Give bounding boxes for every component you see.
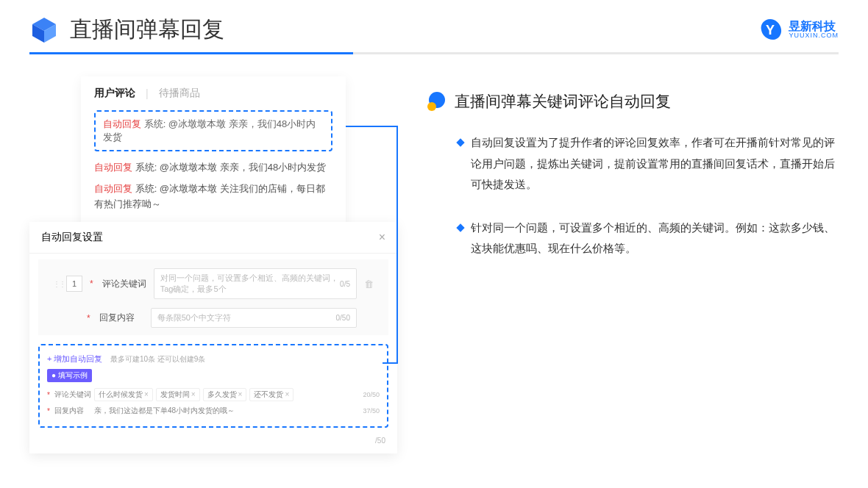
example-badge: ● 填写示例 — [47, 369, 92, 382]
example-kw-label: 评论关键词 — [54, 390, 91, 400]
comment-line: 自动回复 系统: @冰墩墩本墩 关注我们的店铺，每日都有热门推荐呦～ — [94, 182, 332, 212]
comments-panel: 用户评论 | 待播商品 自动回复 系统: @冰墩墩本墩 亲亲，我们48小时内发货… — [81, 76, 346, 229]
svg-point-5 — [427, 102, 436, 111]
comment-text: 系统: @冰墩墩本墩 亲亲，我们48小时内发货 — [135, 162, 327, 173]
brand-icon: Y — [758, 18, 783, 43]
keyword-tag[interactable]: 还不发货× — [249, 388, 294, 401]
auto-reply-tag: 自动回复 — [94, 162, 132, 173]
drag-handle-icon[interactable]: ⋮⋮ — [53, 280, 59, 288]
brand-logo: Y 昱新科技 YUUXIN.COM — [758, 18, 839, 43]
bullet-text: 针对同一个问题，可设置多个相近的、高频的关键词。例如：这款多少钱、这块能优惠吗、… — [471, 218, 839, 259]
auto-reply-tag: 自动回复 — [94, 183, 132, 194]
comment-tabs: 用户评论 | 待播商品 — [94, 87, 332, 100]
input-placeholder: 对同一个问题，可设置多个相近、高频的关键词，Tag确定，最多5个 — [160, 273, 340, 295]
add-hint: 最多可建10条 还可以创建9条 — [110, 355, 205, 363]
brand-name-cn: 昱新科技 — [789, 21, 839, 32]
keyword-input[interactable]: 对同一个问题，可设置多个相近、高频的关键词，Tag确定，最多5个 0/5 — [154, 268, 357, 299]
bullet-row: 针对同一个问题，可设置多个相近的、高频的关键词。例如：这款多少钱、这块能优惠吗、… — [458, 218, 839, 259]
chat-bubble-icon — [427, 91, 447, 112]
page-header: 直播间弹幕回复 Y 昱新科技 YUUXIN.COM — [0, 0, 868, 52]
bullet-block: 针对同一个问题，可设置多个相近的、高频的关键词。例如：这款多少钱、这块能优惠吗、… — [427, 218, 839, 259]
input-placeholder: 每条限50个中文字符 — [157, 312, 231, 323]
content-input[interactable]: 每条限50个中文字符 0/50 — [151, 308, 357, 328]
rule-index: 1 — [66, 276, 82, 292]
outer-counter: /50 — [29, 437, 397, 445]
keyword-tag[interactable]: 什么时候发货× — [94, 388, 153, 401]
bullet-row: 自动回复设置为了提升作者的评论回复效率，作者可在开播前针对常见的评论用户问题，提… — [458, 132, 839, 195]
cube-icon — [29, 15, 59, 45]
example-content-label: 回复内容 — [54, 406, 91, 416]
example-content-text: 亲，我们这边都是下单48小时内发货的哦～ — [94, 406, 235, 416]
tag-remove-icon[interactable]: × — [285, 390, 289, 398]
header-divider — [29, 52, 839, 54]
required-mark: * — [87, 313, 90, 323]
bullet-text: 自动回复设置为了提升作者的评论回复效率，作者可在开播前针对常见的评论用户问题，提… — [471, 132, 839, 195]
bullet-block: 自动回复设置为了提升作者的评论回复效率，作者可在开播前针对常见的评论用户问题，提… — [427, 132, 839, 195]
keyword-tag[interactable]: 发货时间× — [156, 388, 200, 401]
diamond-icon — [456, 223, 464, 232]
example-box: + 增加自动回复 最多可建10条 还可以创建9条 ● 填写示例 * 评论关键词 … — [38, 344, 388, 428]
tag-remove-icon[interactable]: × — [191, 390, 196, 398]
tag-remove-icon[interactable]: × — [144, 390, 149, 398]
keyword-row: ⋮⋮ 1 * 评论关键词 对同一个问题，可设置多个相近、高频的关键词，Tag确定… — [41, 264, 385, 304]
content-row: * 回复内容 每条限50个中文字符 0/50 — [41, 304, 385, 332]
brand-name-en: YUUXIN.COM — [789, 32, 839, 39]
right-column: 直播间弹幕关键词评论自动回复 自动回复设置为了提升作者的评论回复效率，作者可在开… — [427, 76, 839, 453]
add-auto-reply-link[interactable]: + 增加自动回复 — [47, 354, 102, 363]
page-title: 直播间弹幕回复 — [70, 15, 224, 45]
content-label: 回复内容 — [99, 312, 143, 324]
brand-text: 昱新科技 YUUXIN.COM — [789, 21, 839, 39]
left-column: 用户评论 | 待播商品 自动回复 系统: @冰墩墩本墩 亲亲，我们48小时内发货… — [29, 76, 397, 453]
required-mark: * — [47, 407, 50, 415]
settings-title: 自动回复设置 — [41, 231, 103, 244]
content-counter: 37/50 — [363, 407, 380, 415]
example-keyword-row: * 评论关键词 什么时候发货× 发货时间× 多久发货× 还不发货× 20/50 — [47, 388, 380, 401]
diamond-icon — [456, 138, 464, 146]
required-mark: * — [90, 279, 93, 289]
tab-user-comments[interactable]: 用户评论 — [94, 87, 135, 100]
tag-remove-icon[interactable]: × — [238, 390, 243, 398]
tag-counter: 20/50 — [363, 391, 380, 398]
connector-line — [346, 121, 419, 385]
auto-reply-settings-panel: 自动回复设置 × ⋮⋮ 1 * 评论关键词 对同一个问题，可设置多个相近、高频的… — [29, 222, 397, 453]
svg-text:Y: Y — [766, 23, 775, 37]
settings-header: 自动回复设置 × — [29, 222, 397, 254]
section-title-row: 直播间弹幕关键词评论自动回复 — [427, 91, 839, 112]
required-mark: * — [47, 391, 50, 399]
tab-separator: | — [146, 87, 149, 99]
tab-pending-goods[interactable]: 待播商品 — [159, 87, 200, 100]
keyword-label: 评论关键词 — [102, 278, 146, 290]
highlighted-comment: 自动回复 系统: @冰墩墩本墩 亲亲，我们48小时内发货 — [94, 110, 332, 151]
keyword-tag[interactable]: 多久发货× — [203, 388, 247, 401]
example-content-row: * 回复内容 亲，我们这边都是下单48小时内发货的哦～ 37/50 — [47, 406, 380, 416]
content-area: 用户评论 | 待播商品 自动回复 系统: @冰墩墩本墩 亲亲，我们48小时内发货… — [0, 69, 868, 453]
comment-line: 自动回复 系统: @冰墩墩本墩 亲亲，我们48小时内发货 — [94, 160, 332, 176]
header-left: 直播间弹幕回复 — [29, 15, 224, 45]
section-title: 直播间弹幕关键词评论自动回复 — [455, 91, 671, 112]
add-rule-row: + 增加自动回复 最多可建10条 还可以创建9条 — [47, 351, 380, 365]
rule-block: ⋮⋮ 1 * 评论关键词 对同一个问题，可设置多个相近、高频的关键词，Tag确定… — [38, 259, 388, 335]
auto-reply-tag: 自动回复 — [103, 118, 141, 129]
